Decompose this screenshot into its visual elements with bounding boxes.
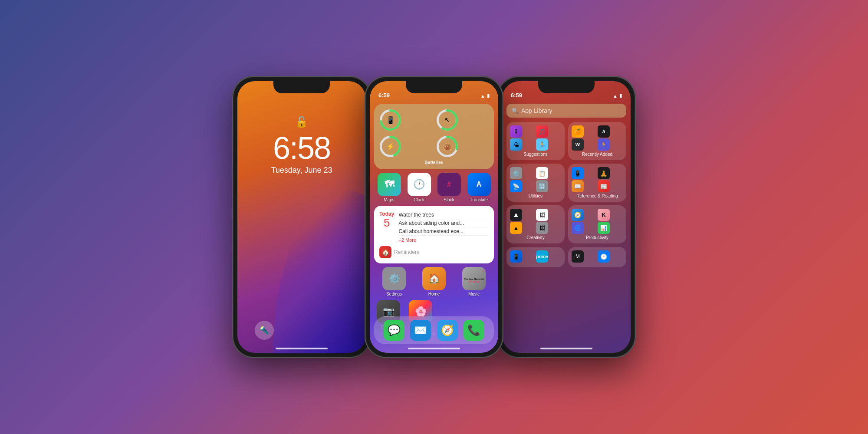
prime-icon: prime xyxy=(536,250,548,263)
battery-bolt-icon: ⚡ xyxy=(386,142,395,151)
slack-icon: # xyxy=(437,173,461,196)
phones-container: 🔓 6:58 Tuesday, June 23 🔦 📷 xyxy=(232,76,636,358)
reminders-footer: 🏠 Reminders xyxy=(379,246,489,258)
workouts-icon: 🏃 xyxy=(598,138,610,151)
search-icon: 🔍 xyxy=(512,108,519,114)
music-label: Music xyxy=(468,292,480,296)
photomyne-icon: 🖼 xyxy=(536,222,548,234)
folder-partial-2-icons: M 🕐 xyxy=(572,250,623,263)
status-time-3: 6:59 xyxy=(511,92,522,99)
messages-dock-icon[interactable]: 💬 xyxy=(384,320,404,341)
folder-productivity-icons: 🧭 K 🌀 📊 xyxy=(572,209,623,234)
folder-utilities[interactable]: ⚙️ 📋 📡 🔢 Utilities xyxy=(506,164,565,202)
reminder-2: Ask about siding color and... xyxy=(398,219,489,227)
files-util-icon: 📋 xyxy=(536,167,548,179)
reminders-header: Today 5 Water the trees Ask about siding… xyxy=(379,211,489,243)
settings-icon: ⚙️ xyxy=(382,267,406,290)
weather-icon: 🌤 xyxy=(510,138,522,151)
status-time-2: 6:59 xyxy=(378,92,390,99)
homescreen-bg: 6:59 ▲ ▮ xyxy=(370,81,498,353)
reminders-list: Water the trees Ask about siding color a… xyxy=(398,211,489,243)
app-library-content: 🔍 App Library 🎙 🎵 🌤 🏃 xyxy=(502,100,631,353)
reminder-1: Water the trees xyxy=(398,211,489,219)
slack-app[interactable]: # Slack xyxy=(437,173,461,202)
klarna-icon: K xyxy=(598,209,610,221)
music-folder-icon: 🎵 xyxy=(536,125,548,138)
books-ref-icon: 📱 xyxy=(572,167,584,179)
numbers-icon: 📊 xyxy=(598,222,610,234)
home-indicator-2 xyxy=(408,348,460,349)
folder-suggestions-icons: 🎙 🎵 🌤 🏃 xyxy=(510,125,561,151)
phone-1-screen: 🔓 6:58 Tuesday, June 23 🔦 📷 xyxy=(237,81,366,353)
settings-label: Settings xyxy=(386,292,402,296)
calc-util-icon: 🔢 xyxy=(536,180,548,192)
shortcuts-icon: 🍊 xyxy=(572,125,584,138)
news-icon: 📰 xyxy=(598,180,610,192)
battery-circle-2: ↖ xyxy=(435,108,459,132)
phone-3-applibrary: 6:59 ▲ ▮ 🔍 App Library xyxy=(497,76,636,358)
reminders-home-icon: 🏠 xyxy=(379,246,391,258)
battery-icon: ▮ xyxy=(487,93,490,99)
music-artist: The Strokes xyxy=(468,280,480,283)
batteries-widget[interactable]: 📱 ↖ xyxy=(374,104,494,169)
folder-creativity[interactable]: ▲ 🖼 ▲ 🖼 Creativity xyxy=(506,205,565,243)
homescreen-content: 📱 ↖ xyxy=(370,100,498,353)
folder-recent-icons: 🍊 a W 🏃 xyxy=(572,125,623,151)
ibooks-icon: 📖 xyxy=(572,180,584,192)
acrylics-icon: a xyxy=(598,125,610,138)
reference-label: Reference & Reading xyxy=(572,194,623,198)
wifi-icon: ▲ xyxy=(480,93,485,99)
fitness-icon: 🏃 xyxy=(536,138,548,151)
battery-phone-icon: 📱 xyxy=(386,116,395,124)
appstore-partial-icon: 📱 xyxy=(510,250,522,263)
clock-app[interactable]: 🕐 Clock xyxy=(408,173,431,202)
folder-productivity[interactable]: 🧭 K 🌀 📊 Productivity xyxy=(568,205,626,243)
search-bar[interactable]: 🔍 App Library xyxy=(506,104,626,118)
notch-2 xyxy=(406,81,462,93)
dock: 💬 ✉️ 🧭 📞 xyxy=(374,316,494,344)
maps-label: Maps xyxy=(384,197,394,202)
folder-reference[interactable]: 📱 🧘 📖 📰 Reference & Reading xyxy=(568,164,626,202)
calm-icon: 🧘 xyxy=(598,167,610,179)
phone-3-screen: 6:59 ▲ ▮ 🔍 App Library xyxy=(502,81,631,353)
mela-icon: M xyxy=(572,250,584,263)
app-library-grid: 🎙 🎵 🌤 🏃 Suggestions 🍊 a xyxy=(506,122,626,243)
maps-app[interactable]: 🗺 Maps xyxy=(378,173,401,202)
productivity-label: Productivity xyxy=(572,235,623,240)
reminders-widget[interactable]: Today 5 Water the trees Ask about siding… xyxy=(374,206,494,263)
phone-2-screen: 6:59 ▲ ▮ xyxy=(370,81,498,353)
home-app[interactable]: 🏠 Home xyxy=(422,267,446,296)
reminder-more: +2 More xyxy=(398,237,489,243)
safari-prod-icon: 🧭 xyxy=(572,209,584,221)
settings-util-icon: ⚙️ xyxy=(510,167,522,179)
lock-icon: 🔓 xyxy=(295,116,308,128)
music-widget[interactable]: ♪ The New Abnormal The Strokes Music xyxy=(462,267,486,296)
folder-partial-1[interactable]: 📱 prime xyxy=(506,247,565,267)
folder-suggestions[interactable]: 🎙 🎵 🌤 🏃 Suggestions xyxy=(506,122,565,160)
battery-circle-4: 👜 xyxy=(435,135,459,158)
status-icons-3: ▲ ▮ xyxy=(613,93,622,99)
folder-partial-2[interactable]: M 🕐 xyxy=(568,247,626,267)
phone-1-lockscreen: 🔓 6:58 Tuesday, June 23 🔦 📷 xyxy=(232,76,371,358)
notch-1 xyxy=(273,81,330,93)
status-icons-2: ▲ ▮ xyxy=(480,93,490,99)
apps-row-2: ⚙️ Settings 🏠 Home ♪ The New Abnormal xyxy=(374,267,494,296)
phone-dock-icon[interactable]: 📞 xyxy=(464,320,484,341)
wifi-util-icon: 📡 xyxy=(510,180,522,192)
translate-label: Translate xyxy=(470,197,488,202)
battery-circle-1: 📱 xyxy=(378,108,402,132)
music-note-icon: ♪ xyxy=(483,268,485,273)
folder-utilities-icons: ⚙️ 📋 📡 🔢 xyxy=(510,167,561,192)
settings-app[interactable]: ⚙️ Settings xyxy=(382,267,406,296)
batteries-widget-label: Batteries xyxy=(378,160,490,165)
phone-2-homescreen: 6:59 ▲ ▮ xyxy=(365,76,503,358)
folder-creativity-icons: ▲ 🖼 ▲ 🖼 xyxy=(510,209,561,234)
battery-circle-3: ⚡ xyxy=(378,135,402,158)
mail-dock-icon[interactable]: ✉️ xyxy=(410,320,431,341)
podcasts-icon: 🎙 xyxy=(510,125,522,138)
home-icon: 🏠 xyxy=(422,267,446,290)
folder-recently-added[interactable]: 🍊 a W 🏃 Recently Added xyxy=(568,122,626,160)
translate-app[interactable]: A Translate xyxy=(467,173,491,202)
folder-partial-1-icons: 📱 prime xyxy=(510,250,561,263)
safari-dock-icon[interactable]: 🧭 xyxy=(437,320,458,341)
